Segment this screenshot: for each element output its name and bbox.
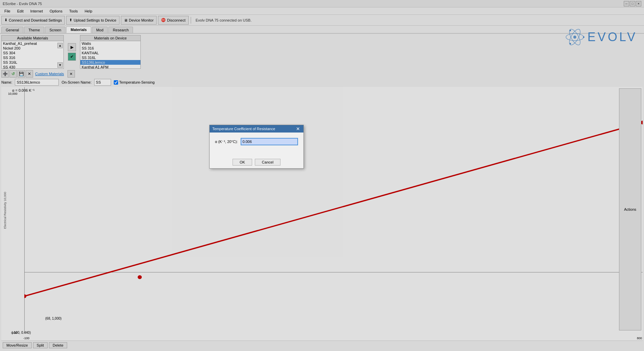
dialog-close-button[interactable]: ✕ xyxy=(295,126,301,131)
dialog-ok-button[interactable]: OK xyxy=(233,159,252,166)
dialog-cancel-button[interactable]: Cancel xyxy=(255,159,280,166)
dialog-input-row: α (K⁻¹, 20°C): xyxy=(215,138,298,145)
dialog-label: α (K⁻¹, 20°C): xyxy=(215,140,238,144)
dialog-overlay: Temperature Coefficient of Resistance ✕ … xyxy=(0,0,644,351)
dialog-title-bar: Temperature Coefficient of Resistance ✕ xyxy=(210,125,303,133)
dialog-title: Temperature Coefficient of Resistance xyxy=(212,127,275,131)
temperature-coefficient-dialog: Temperature Coefficient of Resistance ✕ … xyxy=(209,125,304,169)
dialog-value-input[interactable] xyxy=(241,138,298,145)
dialog-footer: OK Cancel xyxy=(210,156,303,168)
dialog-body: α (K⁻¹, 20°C): xyxy=(210,133,303,156)
